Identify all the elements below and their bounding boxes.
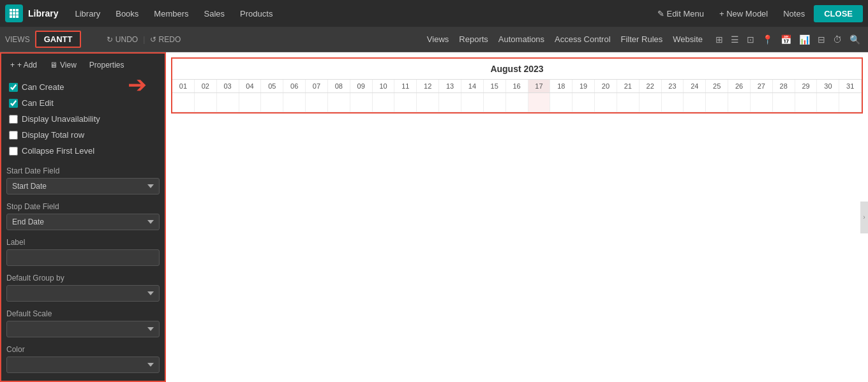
- view-icon: 🖥: [50, 61, 57, 70]
- gantt-day-07: 07: [306, 80, 328, 92]
- gantt-day-19: 19: [572, 80, 595, 92]
- tb-website[interactable]: Website: [673, 34, 703, 44]
- gantt-day-05: 05: [261, 80, 283, 92]
- start-date-section: Start Date Field Start Date End Date Cre…: [6, 166, 160, 195]
- close-button[interactable]: CLOSE: [814, 5, 863, 22]
- label-section: Label: [6, 238, 160, 266]
- display-unavailability-input[interactable]: [9, 115, 18, 124]
- gantt-day-29: 29: [795, 80, 818, 92]
- gantt-cell-20: [595, 93, 617, 112]
- default-group-select[interactable]: Name Category: [6, 285, 160, 302]
- gantt-cell-09: [350, 93, 373, 112]
- display-total-row-check[interactable]: Display Total row: [6, 127, 160, 143]
- svg-rect-8: [16, 15, 19, 18]
- svg-rect-0: [10, 9, 12, 11]
- calendar-icon[interactable]: 📅: [778, 33, 794, 46]
- gantt-cell-25: [706, 93, 728, 112]
- tb-filter-rules[interactable]: Filter Rules: [621, 34, 663, 44]
- gantt-day-25: 25: [706, 80, 728, 92]
- gantt-day-10: 10: [373, 80, 395, 92]
- gantt-cell-15: [484, 93, 506, 112]
- gantt-cell-19: [572, 93, 595, 112]
- default-group-section: Default Group by Name Category: [6, 274, 160, 302]
- gantt-days-row: 0102030405060708091011121314151617181920…: [172, 80, 862, 93]
- color-section: Color Red Blue Green: [6, 345, 160, 373]
- collapse-first-level-check[interactable]: Collapse First Level: [6, 143, 160, 159]
- gantt-day-11: 11: [394, 80, 417, 92]
- stop-date-label: Stop Date Field: [6, 202, 160, 211]
- default-scale-select[interactable]: Day Week Month: [6, 321, 160, 337]
- gantt-cell-01: [172, 93, 195, 112]
- gantt-day-17: 17: [528, 80, 551, 92]
- nav-library[interactable]: Library: [68, 6, 107, 21]
- gantt-cell-26: [728, 93, 751, 112]
- second-toolbar: VIEWS GANTT ↻ UNDO | ↺ REDO Views Report…: [0, 27, 868, 52]
- gantt-day-03: 03: [217, 80, 239, 92]
- gantt-day-15: 15: [484, 80, 506, 92]
- gantt-month-header: August 2023: [172, 59, 862, 80]
- new-model-btn[interactable]: + New Model: [713, 6, 774, 21]
- gantt-day-08: 08: [328, 80, 350, 92]
- can-create-check[interactable]: Can Create: [6, 79, 160, 95]
- stop-date-select[interactable]: Start Date End Date Created Date: [6, 214, 160, 230]
- view-btn[interactable]: 🖥 View: [46, 59, 80, 71]
- label-field-label: Label: [6, 238, 160, 247]
- gantt-cell-13: [439, 93, 461, 112]
- start-date-select[interactable]: Start Date End Date Created Date: [6, 178, 160, 195]
- label-input[interactable]: [6, 249, 160, 266]
- list-icon[interactable]: ☰: [728, 33, 742, 46]
- gantt-day-26: 26: [728, 80, 751, 92]
- gantt-cell-21: [617, 93, 640, 112]
- can-create-input[interactable]: [9, 83, 18, 92]
- content-area: August 2023 0102030405060708091011121314…: [166, 52, 868, 382]
- map-icon[interactable]: 📍: [760, 33, 775, 46]
- chevron-left-icon: ›: [863, 214, 865, 221]
- sidebar-toolbar: + + Add 🖥 View Properties: [6, 59, 160, 71]
- svg-rect-2: [16, 9, 19, 11]
- gantt-cell-02: [195, 93, 217, 112]
- grid-view-icon[interactable]: ⊡: [744, 33, 757, 46]
- search-icon[interactable]: 🔍: [847, 33, 863, 46]
- graph-icon[interactable]: 📊: [797, 33, 812, 46]
- gantt-cell-18: [550, 93, 572, 112]
- add-btn[interactable]: + + Add: [6, 59, 41, 71]
- pivot-icon[interactable]: ⊟: [815, 33, 828, 46]
- gantt-day-31: 31: [839, 80, 862, 92]
- edit-menu-btn[interactable]: ✎ Edit Menu: [651, 6, 710, 21]
- nav-sales[interactable]: Sales: [198, 6, 232, 21]
- gantt-day-20: 20: [595, 80, 617, 92]
- gantt-icon[interactable]: ⏱: [830, 33, 844, 46]
- can-edit-check[interactable]: Can Edit: [6, 95, 160, 111]
- nav-books[interactable]: Books: [109, 6, 145, 21]
- display-total-row-input[interactable]: [9, 131, 18, 140]
- svg-rect-4: [13, 12, 15, 15]
- start-date-label: Start Date Field: [6, 166, 160, 175]
- gantt-day-30: 30: [817, 80, 839, 92]
- collapse-first-level-input[interactable]: [9, 147, 18, 156]
- redo-btn[interactable]: ↺ REDO: [150, 35, 181, 44]
- tb-automations[interactable]: Automations: [498, 34, 544, 44]
- tb-reports[interactable]: Reports: [459, 34, 488, 44]
- gantt-day-28: 28: [773, 80, 795, 92]
- nav-members[interactable]: Members: [147, 6, 195, 21]
- nav-products[interactable]: Products: [234, 6, 279, 21]
- tb-views[interactable]: Views: [427, 34, 449, 44]
- gantt-cell-23: [662, 93, 684, 112]
- gantt-cell-30: [817, 93, 839, 112]
- display-unavailability-check[interactable]: Display Unavailability: [6, 111, 160, 127]
- gantt-cell-12: [417, 93, 439, 112]
- color-select[interactable]: Red Blue Green: [6, 356, 160, 373]
- tb-access-control[interactable]: Access Control: [555, 34, 610, 44]
- default-scale-label: Default Scale: [6, 309, 160, 318]
- collapse-handle[interactable]: ›: [860, 202, 868, 233]
- can-edit-input[interactable]: [9, 99, 18, 108]
- gantt-day-01: 01: [172, 80, 195, 92]
- notes-btn[interactable]: Notes: [777, 6, 811, 21]
- gantt-tab[interactable]: GANTT: [35, 31, 82, 48]
- gantt-cell-07: [306, 93, 328, 112]
- kanban-icon[interactable]: ⊞: [713, 33, 726, 46]
- undo-btn[interactable]: ↻ UNDO: [107, 35, 138, 44]
- stop-date-section: Stop Date Field Start Date End Date Crea…: [6, 202, 160, 230]
- gantt-day-16: 16: [506, 80, 528, 92]
- properties-btn[interactable]: Properties: [86, 59, 128, 71]
